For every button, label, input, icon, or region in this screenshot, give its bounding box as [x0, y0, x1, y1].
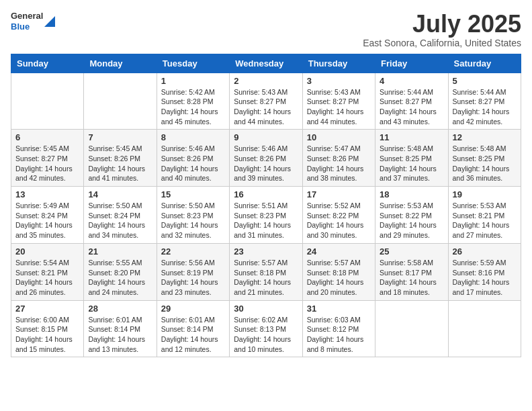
- daylight-text: Daylight: 14 hours and 38 minutes.: [307, 165, 364, 183]
- calendar-cell: 15 Sunrise: 5:50 AM Sunset: 8:23 PM Dayl…: [157, 187, 229, 244]
- daylight-text: Daylight: 14 hours and 31 minutes.: [234, 221, 291, 239]
- calendar-cell: 6 Sunrise: 5:45 AM Sunset: 8:27 PM Dayli…: [11, 130, 84, 187]
- daylight-text: Daylight: 14 hours and 44 minutes.: [307, 107, 364, 126]
- cell-content: Sunrise: 5:56 AM Sunset: 8:19 PM Dayligh…: [161, 258, 225, 298]
- sunrise-text: Sunrise: 5:44 AM: [380, 88, 433, 96]
- day-number: 16: [234, 189, 298, 199]
- cell-content: Sunrise: 5:47 AM Sunset: 8:26 PM Dayligh…: [307, 144, 371, 183]
- sunrise-text: Sunrise: 5:46 AM: [234, 144, 287, 152]
- daylight-text: Daylight: 14 hours and 34 minutes.: [88, 221, 145, 239]
- sunset-text: Sunset: 8:26 PM: [307, 154, 359, 163]
- cell-content: Sunrise: 5:44 AM Sunset: 8:27 PM Dayligh…: [380, 87, 443, 127]
- sunset-text: Sunset: 8:23 PM: [234, 212, 286, 220]
- day-number: 22: [161, 246, 225, 257]
- day-number: 2: [234, 76, 298, 86]
- sunset-text: Sunset: 8:27 PM: [380, 97, 432, 105]
- day-number: 21: [88, 246, 152, 257]
- calendar-cell: 11 Sunrise: 5:48 AM Sunset: 8:25 PM Dayl…: [375, 130, 448, 187]
- sunset-text: Sunset: 8:12 PM: [307, 325, 359, 333]
- day-number: 6: [15, 132, 79, 142]
- sunrise-text: Sunrise: 5:55 AM: [88, 259, 142, 267]
- calendar-cell: 22 Sunrise: 5:56 AM Sunset: 8:19 PM Dayl…: [157, 243, 229, 300]
- sunset-text: Sunset: 8:26 PM: [161, 154, 214, 163]
- cell-content: Sunrise: 5:57 AM Sunset: 8:18 PM Dayligh…: [234, 258, 298, 298]
- sunset-text: Sunset: 8:19 PM: [161, 269, 214, 277]
- sunrise-text: Sunrise: 5:43 AM: [234, 88, 287, 96]
- calendar-cell: 4 Sunrise: 5:44 AM Sunset: 8:27 PM Dayli…: [375, 73, 448, 130]
- calendar-cell: 3 Sunrise: 5:43 AM Sunset: 8:27 PM Dayli…: [302, 73, 375, 130]
- calendar-cell: 27 Sunrise: 6:00 AM Sunset: 8:15 PM Dayl…: [11, 300, 84, 357]
- calendar-cell: 25 Sunrise: 5:58 AM Sunset: 8:17 PM Dayl…: [375, 243, 448, 300]
- calendar-cell: 31 Sunrise: 6:03 AM Sunset: 8:12 PM Dayl…: [302, 300, 375, 357]
- daylight-text: Daylight: 14 hours and 13 minutes.: [88, 335, 145, 353]
- cell-content: Sunrise: 5:55 AM Sunset: 8:20 PM Dayligh…: [88, 258, 152, 298]
- sunrise-text: Sunrise: 5:52 AM: [307, 201, 361, 210]
- sunset-text: Sunset: 8:14 PM: [88, 325, 140, 333]
- sunrise-text: Sunrise: 5:48 AM: [380, 144, 433, 152]
- sunset-text: Sunset: 8:27 PM: [15, 154, 68, 163]
- cell-content: Sunrise: 6:02 AM Sunset: 8:13 PM Dayligh…: [234, 315, 298, 355]
- weekday-header: Tuesday: [157, 54, 229, 73]
- day-number: 11: [380, 132, 443, 142]
- daylight-text: Daylight: 14 hours and 12 minutes.: [161, 335, 218, 353]
- sunrise-text: Sunrise: 5:44 AM: [453, 88, 506, 96]
- sunrise-text: Sunrise: 5:59 AM: [453, 259, 506, 267]
- day-number: 1: [161, 76, 225, 86]
- day-number: 9: [234, 132, 298, 142]
- calendar-week-row: 27 Sunrise: 6:00 AM Sunset: 8:15 PM Dayl…: [11, 300, 521, 357]
- calendar-cell: 17 Sunrise: 5:52 AM Sunset: 8:22 PM Dayl…: [302, 187, 375, 244]
- sunrise-text: Sunrise: 5:48 AM: [453, 144, 506, 152]
- sunset-text: Sunset: 8:27 PM: [307, 97, 359, 105]
- sunset-text: Sunset: 8:27 PM: [234, 97, 286, 105]
- sunrise-text: Sunrise: 6:01 AM: [88, 316, 142, 324]
- day-number: 19: [453, 189, 517, 199]
- calendar-cell: 30 Sunrise: 6:02 AM Sunset: 8:13 PM Dayl…: [230, 300, 302, 357]
- day-number: 7: [88, 132, 152, 142]
- sunrise-text: Sunrise: 5:57 AM: [307, 259, 361, 267]
- sunset-text: Sunset: 8:26 PM: [88, 154, 140, 163]
- day-number: 29: [161, 304, 225, 314]
- weekday-header: Wednesday: [230, 54, 302, 73]
- cell-content: Sunrise: 5:46 AM Sunset: 8:26 PM Dayligh…: [234, 144, 298, 183]
- cell-content: Sunrise: 5:49 AM Sunset: 8:24 PM Dayligh…: [15, 201, 79, 240]
- day-number: 15: [161, 189, 225, 199]
- calendar-cell: 5 Sunrise: 5:44 AM Sunset: 8:27 PM Dayli…: [448, 73, 521, 130]
- sunrise-text: Sunrise: 5:50 AM: [88, 201, 142, 210]
- day-number: 13: [15, 189, 79, 199]
- daylight-text: Daylight: 14 hours and 21 minutes.: [234, 278, 291, 296]
- sunset-text: Sunset: 8:25 PM: [453, 154, 505, 163]
- calendar-cell: 18 Sunrise: 5:53 AM Sunset: 8:22 PM Dayl…: [375, 187, 448, 244]
- sunrise-text: Sunrise: 5:57 AM: [234, 259, 287, 267]
- sunset-text: Sunset: 8:26 PM: [234, 154, 286, 163]
- logo-blue-text: Blue: [11, 21, 43, 32]
- sunset-text: Sunset: 8:21 PM: [15, 269, 68, 277]
- cell-content: Sunrise: 6:01 AM Sunset: 8:14 PM Dayligh…: [88, 315, 152, 355]
- sunset-text: Sunset: 8:25 PM: [380, 154, 432, 163]
- daylight-text: Daylight: 14 hours and 26 minutes.: [15, 278, 73, 296]
- cell-content: Sunrise: 5:45 AM Sunset: 8:26 PM Dayligh…: [88, 144, 152, 183]
- cell-content: Sunrise: 5:45 AM Sunset: 8:27 PM Dayligh…: [15, 144, 79, 183]
- sunrise-text: Sunrise: 5:45 AM: [15, 144, 69, 152]
- cell-content: Sunrise: 5:58 AM Sunset: 8:17 PM Dayligh…: [380, 258, 443, 298]
- sunset-text: Sunset: 8:14 PM: [161, 325, 214, 333]
- day-number: 3: [307, 76, 371, 86]
- cell-content: Sunrise: 5:54 AM Sunset: 8:21 PM Dayligh…: [15, 258, 79, 298]
- sunrise-text: Sunrise: 5:53 AM: [453, 201, 506, 210]
- calendar-cell: [375, 300, 448, 357]
- sunrise-text: Sunrise: 5:45 AM: [88, 144, 142, 152]
- sunrise-text: Sunrise: 5:47 AM: [307, 144, 361, 152]
- sunrise-text: Sunrise: 5:43 AM: [307, 88, 361, 96]
- calendar-cell: 13 Sunrise: 5:49 AM Sunset: 8:24 PM Dayl…: [11, 187, 84, 244]
- daylight-text: Daylight: 14 hours and 42 minutes.: [15, 165, 73, 183]
- calendar-cell: 19 Sunrise: 5:53 AM Sunset: 8:21 PM Dayl…: [448, 187, 521, 244]
- cell-content: Sunrise: 5:48 AM Sunset: 8:25 PM Dayligh…: [453, 144, 517, 183]
- calendar-cell: 16 Sunrise: 5:51 AM Sunset: 8:23 PM Dayl…: [230, 187, 302, 244]
- sunrise-text: Sunrise: 5:53 AM: [380, 201, 433, 210]
- cell-content: Sunrise: 5:43 AM Sunset: 8:27 PM Dayligh…: [234, 87, 298, 127]
- daylight-text: Daylight: 14 hours and 44 minutes.: [234, 107, 291, 126]
- svg-marker-0: [44, 16, 55, 27]
- day-number: 28: [88, 304, 152, 314]
- sunrise-text: Sunrise: 6:03 AM: [307, 316, 361, 324]
- daylight-text: Daylight: 14 hours and 8 minutes.: [307, 335, 364, 353]
- cell-content: Sunrise: 5:53 AM Sunset: 8:22 PM Dayligh…: [380, 201, 443, 240]
